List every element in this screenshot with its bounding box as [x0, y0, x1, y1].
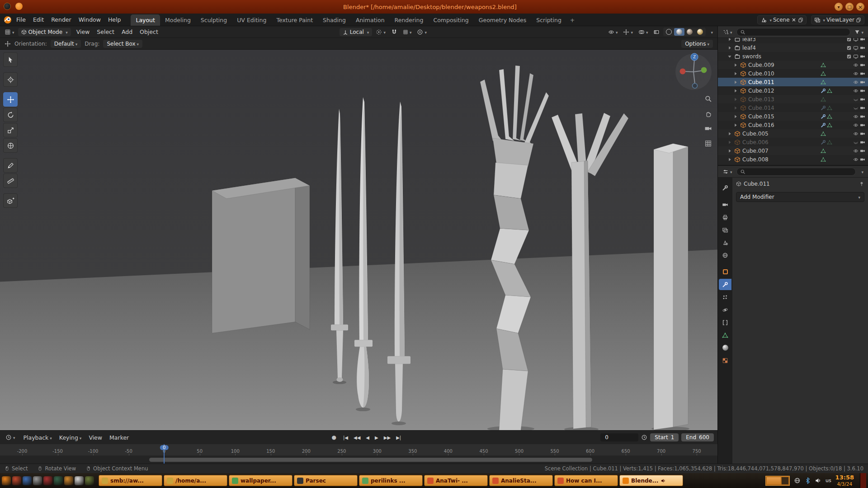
shading-material-button[interactable] — [684, 28, 695, 36]
collection-checkbox[interactable] — [846, 45, 852, 51]
workspace-tab-animation[interactable]: Animation — [351, 14, 390, 26]
zoom-icon[interactable] — [704, 95, 712, 103]
window-menu-icon[interactable] — [4, 3, 11, 10]
outliner-row-cube-013[interactable]: Cube.013 — [718, 95, 868, 103]
render-visibility-icon[interactable] — [860, 71, 865, 76]
eye-closed-icon[interactable] — [853, 105, 859, 111]
eye-closed-icon[interactable] — [853, 140, 859, 145]
orthographic-grid-icon[interactable] — [704, 140, 712, 147]
eye-closed-icon[interactable] — [853, 97, 859, 102]
shading-rendered-button[interactable] — [695, 28, 705, 36]
properties-tab-material[interactable] — [719, 342, 731, 353]
eye-open-icon[interactable] — [853, 157, 859, 162]
disclosure-right-icon[interactable] — [732, 70, 739, 77]
tool-add-cube[interactable] — [3, 193, 18, 208]
viewport-menu-select[interactable]: Select — [93, 27, 118, 37]
app-icon[interactable] — [15, 3, 23, 10]
preview-range-icon[interactable] — [641, 434, 647, 441]
outliner-row-swords[interactable]: swords — [718, 52, 868, 61]
render-visibility-icon[interactable] — [860, 97, 865, 102]
pan-hand-icon[interactable] — [704, 110, 712, 117]
viewport-menu-view[interactable]: View — [73, 27, 94, 37]
shading-settings-dropdown[interactable] — [708, 28, 715, 36]
camera-view-icon[interactable] — [704, 125, 712, 132]
viewport-menu-object[interactable]: Object — [136, 27, 162, 37]
render-visibility-icon[interactable] — [860, 131, 865, 136]
disclosure-right-icon[interactable] — [726, 131, 733, 137]
outliner-row-cube-015[interactable]: Cube.015 — [718, 112, 868, 121]
disclosure-right-icon[interactable] — [726, 156, 733, 163]
taskbar-window-blende[interactable]: Blende... — [619, 475, 683, 486]
properties-tab-world[interactable] — [719, 249, 731, 261]
menu-window[interactable]: Window — [75, 15, 104, 24]
outliner-row-leaf3[interactable]: leaf3 — [718, 38, 868, 43]
disclosure-right-icon[interactable] — [732, 105, 739, 111]
render-visibility-icon[interactable] — [860, 105, 865, 111]
taskbar-window-anatwi[interactable]: AnaTwi- ... — [424, 475, 488, 486]
disclosure-right-icon[interactable] — [726, 45, 733, 51]
eye-open-icon[interactable] — [853, 122, 859, 128]
3d-viewport[interactable]: Z — [0, 50, 717, 430]
maximize-button[interactable] — [845, 3, 854, 11]
play-button[interactable]: ▶ — [373, 434, 381, 441]
orientation-dropdown[interactable]: Default — [51, 40, 81, 48]
timeline-track-area[interactable] — [0, 456, 717, 464]
eye-open-icon[interactable] — [853, 71, 859, 76]
outliner-row-cube-014[interactable]: Cube.014 — [718, 103, 868, 112]
render-visibility-icon[interactable] — [860, 122, 865, 128]
pivot-point-dropdown[interactable] — [374, 28, 387, 36]
gizmo-y-axis[interactable] — [701, 67, 707, 73]
gizmo-negative-z-axis[interactable] — [693, 83, 698, 88]
taskbar-window-smb-aw[interactable]: smb://aw... — [99, 475, 162, 486]
eye-open-icon[interactable] — [853, 62, 859, 68]
start-frame-field[interactable]: Start1 — [650, 433, 679, 441]
shading-solid-button[interactable] — [674, 28, 684, 36]
network-icon[interactable] — [794, 477, 801, 484]
render-visibility-icon[interactable] — [860, 88, 865, 94]
prev-keyframe-button[interactable]: ◀◀ — [351, 434, 363, 441]
disclosure-down-icon[interactable] — [726, 53, 733, 60]
collection-checkbox[interactable] — [846, 54, 852, 59]
menu-help[interactable]: Help — [104, 15, 125, 24]
show-desktop-button[interactable] — [860, 473, 866, 488]
eye-open-icon[interactable] — [853, 88, 859, 94]
tool-transform[interactable] — [3, 138, 18, 153]
eye-open-icon[interactable] — [853, 131, 859, 136]
properties-editor-selector[interactable] — [721, 168, 734, 176]
workspace-tab-compositing[interactable]: Compositing — [428, 14, 473, 26]
disclosure-right-icon[interactable] — [732, 62, 739, 68]
workspace-2[interactable] — [782, 477, 788, 484]
properties-tab-scene[interactable] — [719, 237, 731, 248]
cube-object[interactable] — [212, 178, 310, 333]
clock[interactable]: 13:58 4/3/24 — [835, 474, 854, 487]
unlink-icon[interactable] — [791, 17, 797, 23]
viewport-disable-icon[interactable] — [853, 38, 859, 42]
launcher-screenshot-icon[interactable] — [75, 476, 84, 485]
timeline-menu-view[interactable]: View — [85, 433, 106, 442]
timeline-scrollbar[interactable] — [149, 458, 592, 462]
outliner-row-cube-012[interactable]: Cube.012 — [718, 86, 868, 95]
jump-start-button[interactable]: |◀ — [341, 434, 350, 441]
workspace-tab-shading[interactable]: Shading — [318, 14, 351, 26]
launcher-browser-icon[interactable] — [12, 476, 21, 485]
eye-open-icon[interactable] — [853, 148, 859, 154]
pillar-object[interactable] — [654, 144, 688, 430]
properties-tab-tool[interactable] — [719, 182, 731, 193]
snap-settings-dropdown[interactable] — [401, 28, 414, 36]
next-keyframe-button[interactable]: ▶▶ — [382, 434, 393, 441]
render-visibility-icon[interactable] — [860, 157, 865, 162]
disclosure-right-icon[interactable] — [732, 79, 739, 85]
taskbar-window-home-a[interactable]: /home/a... — [164, 475, 227, 486]
close-button[interactable] — [856, 3, 864, 11]
workspace-tab-uv-editing[interactable]: UV Editing — [232, 14, 271, 26]
launcher-mail-icon[interactable] — [23, 476, 32, 485]
workspace-tab-geometry-nodes[interactable]: Geometry Nodes — [474, 14, 531, 26]
menu-edit[interactable]: Edit — [29, 15, 47, 24]
properties-tab-render[interactable] — [719, 199, 731, 210]
shading-wireframe-button[interactable] — [664, 28, 674, 36]
render-visibility-icon[interactable] — [860, 38, 865, 42]
taskbar-window-parsec[interactable]: Parsec — [294, 475, 358, 486]
viewport-disable-icon[interactable] — [853, 45, 859, 51]
taskbar-window-perilinks[interactable]: perilinks ... — [359, 475, 423, 486]
gizmos-dropdown[interactable] — [621, 28, 635, 36]
